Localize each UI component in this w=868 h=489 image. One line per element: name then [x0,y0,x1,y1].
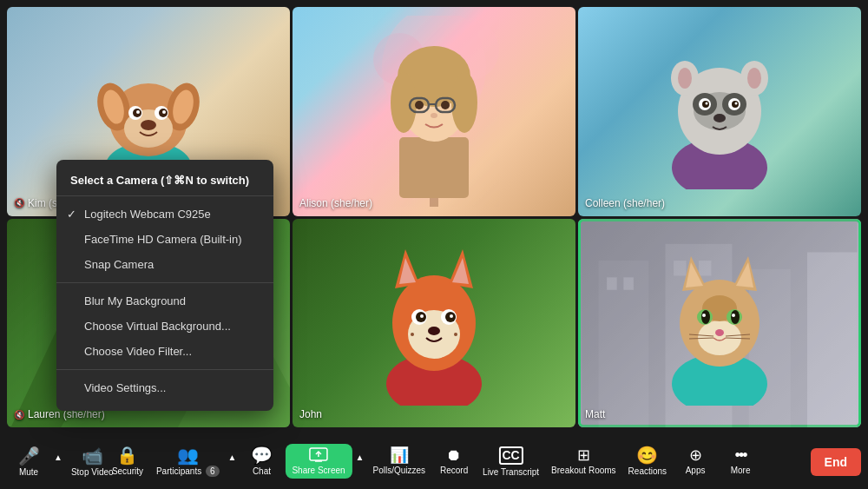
svg-point-34 [747,68,761,89]
mute-icon-kim: 🔇 [14,198,24,208]
svg-point-28 [431,113,437,118]
camera-menu-item-blur[interactable]: Blur My Background [56,288,273,314]
svg-point-96 [731,310,740,324]
participants-arrow[interactable]: ▲ [227,453,239,462]
svg-point-21 [391,72,417,133]
svg-point-26 [415,101,424,109]
svg-point-74 [411,333,414,336]
more-button[interactable]: ••• More [719,444,762,479]
video-tile-colleen: Colleen (she/her) [578,7,861,216]
svg-point-73 [428,327,440,335]
svg-point-98 [732,314,735,317]
polls-icon: 📊 [390,447,409,463]
participants-icon: 👥 [177,446,199,464]
video-tile-john: John [293,219,575,428]
camera-menu-item-snap[interactable]: Snap Camera [56,252,273,277]
share-screen-button[interactable]: Share Screen [285,444,352,479]
camera-menu-divider-1 [56,282,273,283]
camera-menu-title: Select a Camera (⇧⌘N to switch) [56,170,273,196]
svg-point-42 [706,102,708,105]
camera-menu-item-logitech[interactable]: Logitech Webcam C925e [56,202,273,227]
apps-button[interactable]: ⊕ Apps [674,444,717,479]
stop-video-icon: 📹 [82,447,103,465]
live-transcript-button[interactable]: CC Live Transcript [477,443,544,480]
svg-point-33 [678,68,692,89]
camera-menu-item-facetime[interactable]: FaceTime HD Camera (Built-in) [56,227,273,252]
toolbar-center: 🔒 Security 👥 Participants 6 ▲ 💬 Chat Sha… [106,443,762,480]
record-button[interactable]: ⏺ Record [432,444,476,479]
security-label: Security [112,466,143,476]
video-tile-matt: Matt [578,219,861,428]
apps-icon: ⊕ [689,447,702,463]
mute-arrow[interactable]: ▲ [52,453,64,462]
chat-label: Chat [253,466,271,476]
polls-label: Polls/Quizzes [373,466,426,475]
security-icon: 🔒 [116,446,138,464]
reactions-label: Reactions [628,466,667,476]
reactions-button[interactable]: 😊 Reactions [623,443,672,479]
participant-name-john: John [299,408,322,420]
participants-badge: 6 [206,466,220,477]
participants-label: Participants 6 [156,466,220,476]
mute-label: Mute [19,467,38,477]
live-transcript-label: Live Transcript [483,467,539,477]
record-label: Record [440,466,468,475]
svg-point-72 [450,314,453,318]
more-icon: ••• [735,447,746,463]
camera-menu: Select a Camera (⇧⌘N to switch) Logitech… [56,160,273,411]
mute-button[interactable]: 🎤 Mute [7,444,50,480]
more-label: More [731,466,751,475]
camera-menu-item-virtual-bg[interactable]: Choose Virtual Background... [56,314,273,339]
end-button[interactable]: End [811,448,861,476]
participants-button[interactable]: 👥 Participants 6 [151,443,225,479]
share-screen-label: Share Screen [292,466,345,475]
share-screen-icon [309,447,328,463]
video-tile-alison: Alison (she/her) [293,7,575,216]
mute-icon: 🎤 [18,447,40,465]
svg-point-71 [420,314,424,318]
participant-name-alison: Alison (she/her) [299,197,372,209]
svg-point-95 [701,310,710,324]
svg-point-97 [702,314,706,317]
svg-point-11 [136,110,140,114]
polls-quizzes-button[interactable]: 📊 Polls/Quizzes [368,444,431,479]
camera-menu-divider-2 [56,369,273,370]
breakout-label: Breakout Rooms [551,466,615,475]
record-icon: ⏺ [446,447,462,463]
live-transcript-icon: CC [498,446,523,465]
participant-name-colleen: Colleen (she/her) [585,197,665,209]
chat-icon: 💬 [251,446,273,464]
svg-point-44 [713,114,726,122]
breakout-icon: ⊞ [577,447,590,463]
svg-point-27 [441,101,450,109]
share-screen-arrow[interactable]: ▲ [354,453,366,462]
apps-label: Apps [686,466,706,475]
camera-menu-item-filter[interactable]: Choose Video Filter... [56,339,273,364]
reactions-icon: 😊 [636,446,658,464]
security-button[interactable]: 🔒 Security [106,443,149,479]
svg-point-43 [735,102,738,105]
svg-point-13 [141,120,156,130]
svg-point-12 [162,110,166,114]
svg-point-75 [454,333,457,336]
svg-point-99 [715,329,724,336]
chat-button[interactable]: 💬 Chat [240,443,283,479]
svg-rect-18 [399,137,469,198]
toolbar-right: End [811,448,861,476]
toolbar: 🎤 Mute ▲ 📹 Stop Video ▲ 🔒 Security 👥 Par… [0,434,868,489]
camera-menu-item-settings[interactable]: Video Settings... [56,375,273,400]
breakout-rooms-button[interactable]: ⊞ Breakout Rooms [546,444,621,479]
